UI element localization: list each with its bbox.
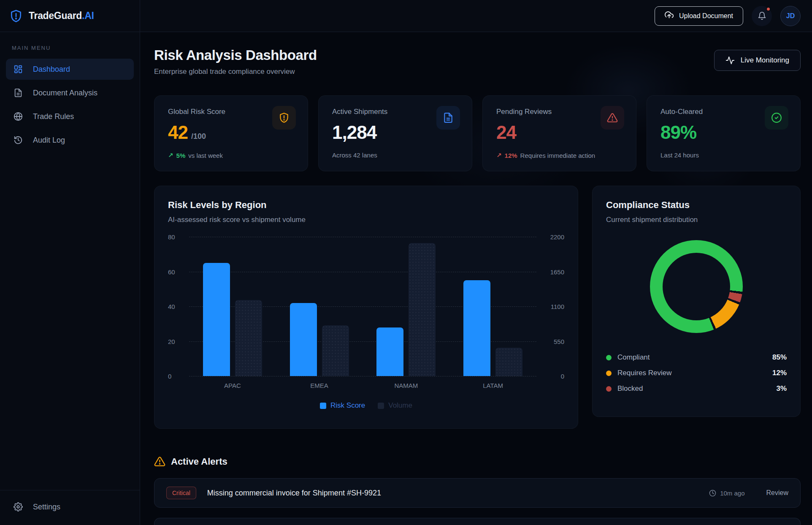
risk-score-bar xyxy=(203,263,230,376)
legend-label: Blocked xyxy=(617,384,643,393)
gear-icon xyxy=(14,502,23,511)
donut-legend: Compliant85%Requires Review12%Blocked3% xyxy=(606,353,787,393)
legend-swatch xyxy=(378,403,384,409)
brand-header: TradeGuard.AI xyxy=(0,0,140,32)
top-bar: Upload Document JD xyxy=(140,0,812,32)
document-icon xyxy=(14,88,23,97)
legend-item-risk-score[interactable]: Risk Score xyxy=(320,401,365,410)
page-title-block: Risk Analysis Dashboard Enterprise globa… xyxy=(154,47,317,76)
sidebar-item-dashboard[interactable]: Dashboard xyxy=(6,59,134,80)
bar-chart-subtitle: AI-assessed risk score vs shipment volum… xyxy=(168,216,564,224)
legend-item-volume[interactable]: Volume xyxy=(378,401,412,410)
risk-score-bar xyxy=(376,327,403,376)
notifications-button[interactable] xyxy=(752,6,772,26)
y-axis-right-tick: 2200 xyxy=(541,233,564,241)
legend-dot xyxy=(606,371,612,376)
sidebar-item-label: Dashboard xyxy=(33,65,70,74)
stat-iconbox xyxy=(436,106,460,130)
x-axis-label: EMEA xyxy=(310,382,328,389)
alert-meta: 10m agoReview xyxy=(709,489,788,497)
bar-chart: APACEMEANAMAMLATAM 802200601650401100205… xyxy=(168,237,564,376)
live-monitoring-label: Live Monitoring xyxy=(741,56,789,65)
gridline xyxy=(189,376,536,376)
legend-percent: 85% xyxy=(772,353,787,362)
alerts-header: Active Alerts xyxy=(154,456,801,467)
sidebar-item-document-analysis[interactable]: Document Analysis xyxy=(6,82,134,103)
y-axis-right-tick: 0 xyxy=(541,373,564,380)
compliance-status-card: Compliance Status Current shipment distr… xyxy=(592,186,801,417)
stat-footer-text: vs last week xyxy=(188,152,223,159)
live-monitoring-button[interactable]: Live Monitoring xyxy=(714,50,801,71)
volume-bar xyxy=(322,325,349,376)
donut-chart-title: Compliance Status xyxy=(606,200,787,211)
brand-shield-icon xyxy=(9,9,23,23)
alert-time: 10m ago xyxy=(720,490,744,497)
legend-swatch xyxy=(320,403,326,409)
alert-list: CriticalMissing commercial invoice for S… xyxy=(154,478,801,508)
y-axis-right-tick: 1650 xyxy=(541,268,564,275)
stat-footer: Across 42 lanes xyxy=(332,152,458,159)
donut-chart-subtitle: Current shipment distribution xyxy=(606,216,787,224)
bar-groups: APACEMEANAMAMLATAM xyxy=(189,237,536,376)
y-axis-left-tick: 0 xyxy=(168,373,185,380)
upload-cloud-icon xyxy=(665,11,674,20)
stat-iconbox xyxy=(765,106,788,130)
stat-footer-text: Last 24 hours xyxy=(660,152,699,159)
bar-chart-legend: Risk ScoreVolume xyxy=(168,401,564,410)
shield-alert-icon xyxy=(279,112,290,123)
globe-icon xyxy=(14,112,23,121)
sidebar-item-audit-log[interactable]: Audit Log xyxy=(6,130,134,151)
sidebar-nav: DashboardDocument AnalysisTrade RulesAud… xyxy=(6,59,134,153)
main-content: Risk Analysis Dashboard Enterprise globa… xyxy=(140,32,812,525)
donut-hole xyxy=(663,253,730,320)
sidebar-item-trade-rules[interactable]: Trade Rules xyxy=(6,106,134,127)
check-circle-icon xyxy=(771,112,782,123)
stat-footer-text: Requires immediate action xyxy=(520,152,595,159)
upload-document-label: Upload Document xyxy=(679,12,733,20)
stat-card-auto-cleared: Auto-Cleared 89% Last 24 hours xyxy=(647,95,801,171)
stat-footer: ↗ 5% vs last week xyxy=(168,152,294,159)
y-axis-left-tick: 20 xyxy=(168,338,185,345)
active-alerts-section: Active Alerts CriticalMissing commercial… xyxy=(154,456,801,525)
sidebar-item-settings[interactable]: Settings xyxy=(6,496,134,517)
legend-label: Requires Review xyxy=(617,369,672,377)
warning-triangle-icon xyxy=(154,456,165,467)
app-root: TradeGuard.AI Upload Document JD MAIN ME… xyxy=(0,0,812,525)
notification-badge xyxy=(766,7,771,11)
bar-chart-plot: APACEMEANAMAMLATAM xyxy=(189,237,536,376)
stat-card-pending-reviews: Pending Reviews 24 ↗ 12% Requires immedi… xyxy=(482,95,636,171)
sidebar-footer: Settings xyxy=(0,490,140,525)
y-axis-right-tick: 1100 xyxy=(541,303,564,310)
x-axis-label: LATAM xyxy=(483,382,503,389)
stat-iconbox xyxy=(601,106,624,130)
legend-label: Volume xyxy=(388,401,412,410)
stat-card-active-shipments: Active Shipments 1,284 Across 42 lanes xyxy=(318,95,472,171)
alerts-title: Active Alerts xyxy=(171,456,227,467)
sidebar-section-label: MAIN MENU xyxy=(6,45,134,51)
y-axis-left-tick: 40 xyxy=(168,303,185,310)
bar-group-apac: APAC xyxy=(203,237,262,376)
trend-up-icon: ↗ xyxy=(168,152,173,159)
upload-document-button[interactable]: Upload Document xyxy=(655,6,743,26)
user-avatar[interactable]: JD xyxy=(780,6,801,26)
trend-up-icon: ↗ xyxy=(496,152,502,159)
page-title: Risk Analysis Dashboard xyxy=(154,47,317,63)
alert-message: Missing commercial invoice for Shipment … xyxy=(207,489,381,498)
bar-chart-title: Risk Levels by Region xyxy=(168,200,564,211)
donut-legend-row-requires-review: Requires Review12% xyxy=(606,369,787,377)
risk-score-bar xyxy=(463,280,490,376)
donut-legend-row-compliant: Compliant85% xyxy=(606,353,787,362)
bell-icon xyxy=(758,11,766,20)
avatar-initials: JD xyxy=(786,12,795,20)
stat-footer: ↗ 12% Requires immediate action xyxy=(496,152,623,159)
grid-icon xyxy=(14,65,23,74)
volume-bar xyxy=(409,243,436,376)
legend-percent: 3% xyxy=(776,384,787,393)
x-axis-label: APAC xyxy=(224,382,241,389)
legend-percent: 12% xyxy=(772,369,787,377)
severity-badge: Critical xyxy=(166,487,196,499)
stat-value: 89% xyxy=(660,122,696,143)
alert-review-link[interactable]: Review xyxy=(766,489,788,497)
bar-group-namam: NAMAM xyxy=(376,237,436,376)
y-axis-right-tick: 550 xyxy=(541,338,564,345)
